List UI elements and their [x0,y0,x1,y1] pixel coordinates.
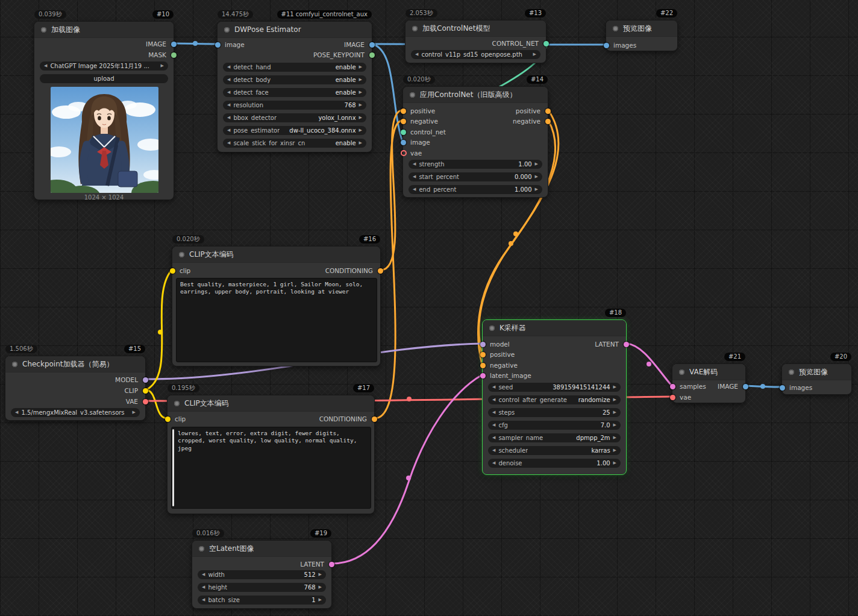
widget-height[interactable]: ◀ height 768 ▶ [198,583,326,592]
port-model-input[interactable] [480,342,486,347]
right-arrow-icon[interactable]: ▶ [319,585,322,589]
port-clip-input[interactable] [170,268,175,274]
port-model-output[interactable] [143,377,148,383]
node-header[interactable]: CLIP文本编码 [172,247,380,263]
node-header[interactable]: 预览图像 [782,364,851,380]
right-arrow-icon[interactable]: ▶ [613,410,616,415]
port-control-net-output[interactable] [543,41,549,46]
controlnet-model-combo[interactable]: ◀ control_v11p_sd15_openpose.pth ▶ [411,50,540,59]
widget-steps[interactable]: ◀ steps 25 ▶ [488,408,621,417]
port-positive-input[interactable] [401,108,406,114]
node-header[interactable]: 应用ControlNet（旧版高级） [403,87,548,103]
widget-denoise[interactable]: ◀ denoise 1.00 ▶ [488,459,621,468]
left-arrow-icon[interactable]: ◀ [413,175,416,179]
widget-width[interactable]: ◀ width 512 ▶ [198,570,326,579]
widget-detect-body[interactable]: ◀ detect_body enable ▶ [223,75,366,84]
right-arrow-icon[interactable]: ▶ [533,52,536,57]
widget-pose-estimator[interactable]: ◀ pose_estimator dw-ll_ucoco_384.onnx ▶ [223,126,366,135]
widget-resolution[interactable]: ◀ resolution 768 ▶ [223,101,366,110]
node-graph-canvas[interactable]: 0.039秒 #10 加载图像 IMAGE MASK ◀ ChatGPT Ima… [0,0,858,616]
port-conditioning-output[interactable] [372,416,377,422]
right-arrow-icon[interactable]: ▶ [359,116,362,120]
left-arrow-icon[interactable]: ◀ [492,461,495,465]
node-empty-latent[interactable]: 0.016秒 #19 空Latent图像 LATENT ◀ width 512 … [192,540,332,609]
right-arrow-icon[interactable]: ▶ [359,128,362,133]
left-arrow-icon[interactable]: ◀ [492,436,495,440]
node-clip-text-encode-positive[interactable]: 0.020秒 #16 CLIP文本编码 clip CONDITIONING Be… [172,246,381,366]
right-arrow-icon[interactable]: ▶ [613,398,616,402]
left-arrow-icon[interactable]: ◀ [202,585,205,589]
node-ksampler[interactable]: #18 K采样器 model LATENT positive negative … [482,319,627,475]
port-negative-output[interactable] [545,119,551,124]
collapse-dot-icon[interactable] [613,26,618,31]
widget-control-after-generate[interactable]: ◀ control_after_generate randomize ▶ [488,395,621,404]
collapse-dot-icon[interactable] [12,362,17,367]
left-arrow-icon[interactable]: ◀ [492,410,495,415]
port-conditioning-output[interactable] [378,268,383,274]
port-mask-output[interactable] [171,52,177,58]
right-arrow-icon[interactable]: ▶ [133,410,136,415]
port-latent-image-input[interactable] [480,373,486,379]
right-arrow-icon[interactable]: ▶ [359,141,362,145]
collapse-dot-icon[interactable] [174,401,180,406]
right-arrow-icon[interactable]: ▶ [613,385,616,389]
node-header[interactable]: 加载ControlNet模型 [406,20,546,37]
port-latent-output[interactable] [329,562,334,567]
left-arrow-icon[interactable]: ◀ [413,162,416,166]
right-arrow-icon[interactable]: ▶ [359,78,362,82]
right-arrow-icon[interactable]: ▶ [319,573,322,577]
node-vae-decode[interactable]: #21 VAE解码 samples IMAGE vae [672,363,746,403]
left-arrow-icon[interactable]: ◀ [227,103,230,107]
node-header[interactable]: CLIP文本编码 [168,395,374,412]
widget-end-percent[interactable]: ◀ end_percent 1.000 ▶ [409,185,542,194]
node-apply-controlnet[interactable]: 0.020秒 #14 应用ControlNet（旧版高级） positive p… [402,86,548,198]
left-arrow-icon[interactable]: ◀ [227,90,230,95]
right-arrow-icon[interactable]: ▶ [613,448,616,453]
node-header[interactable]: 空Latent图像 [192,541,331,557]
port-positive-input[interactable] [480,352,486,357]
port-vae-input[interactable] [670,395,675,400]
node-header[interactable]: 加载图像 [34,22,174,38]
textarea-scrollbar[interactable] [172,429,174,506]
port-positive-output[interactable] [545,108,551,114]
collapse-dot-icon[interactable] [679,369,684,375]
right-arrow-icon[interactable]: ▶ [319,598,322,602]
widget-cfg[interactable]: ◀ cfg 7.0 ▶ [488,421,621,430]
left-arrow-icon[interactable]: ◀ [415,52,418,57]
left-arrow-icon[interactable]: ◀ [202,598,205,602]
widget-strength[interactable]: ◀ strength 1.00 ▶ [409,160,542,169]
left-arrow-icon[interactable]: ◀ [492,398,495,402]
widget-bbox-detector[interactable]: ◀ bbox_detector yolox_l.onnx ▶ [223,113,366,122]
node-header[interactable]: Checkpoint加载器（简易） [5,356,145,372]
port-negative-input[interactable] [401,119,406,124]
right-arrow-icon[interactable]: ▶ [359,103,362,107]
node-header[interactable]: K采样器 [483,320,626,336]
widget-sampler-name[interactable]: ◀ sampler_name dpmpp_2m ▶ [488,433,621,442]
left-arrow-icon[interactable]: ◀ [15,410,18,415]
node-preview-image[interactable]: #20 预览图像 images [781,363,852,395]
image-file-combo[interactable]: ◀ ChatGPT Image 2025年11月19 ... ▶ [40,61,168,71]
collapse-dot-icon[interactable] [179,252,184,257]
node-header[interactable]: DWPose Estimator [218,22,372,38]
left-arrow-icon[interactable]: ◀ [227,128,230,133]
port-image-output[interactable] [171,42,177,47]
port-control-net-input[interactable] [401,130,406,135]
port-image-output[interactable] [743,384,748,389]
left-arrow-icon[interactable]: ◀ [202,573,205,577]
collapse-dot-icon[interactable] [789,369,794,375]
widget-scheduler[interactable]: ◀ scheduler karras ▶ [488,446,621,455]
port-clip-output[interactable] [143,388,148,394]
collapse-dot-icon[interactable] [41,27,46,33]
right-arrow-icon[interactable]: ▶ [613,461,616,465]
right-arrow-icon[interactable]: ▶ [161,64,164,68]
port-image-input[interactable] [401,140,406,145]
port-clip-input[interactable] [165,416,171,422]
node-clip-text-encode-negative[interactable]: 0.195秒 #17 CLIP文本编码 clip CONDITIONING lo… [167,395,375,514]
widget-batch-size[interactable]: ◀ batch_size 1 ▶ [198,596,326,605]
widget-detect-hand[interactable]: ◀ detect_hand enable ▶ [223,63,366,72]
right-arrow-icon[interactable]: ▶ [613,423,616,427]
node-load-image[interactable]: 0.039秒 #10 加载图像 IMAGE MASK ◀ ChatGPT Ima… [34,21,174,200]
left-arrow-icon[interactable]: ◀ [492,385,495,389]
collapse-dot-icon[interactable] [224,27,230,33]
node-controlnet-loader[interactable]: 2.053秒 #13 加载ControlNet模型 CONTROL_NET ◀ … [405,20,546,63]
